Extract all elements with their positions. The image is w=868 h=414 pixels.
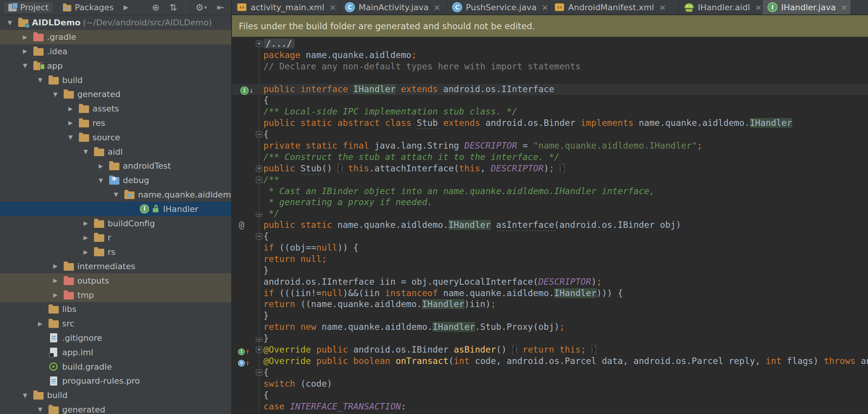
tree-item-source[interactable]: ▼source xyxy=(0,130,231,144)
chevron-collapsed-icon[interactable]: ▶ xyxy=(33,320,48,327)
tree-item-src[interactable]: ▶src xyxy=(0,317,231,331)
editor-tab-pushservice-java[interactable]: CPushService.java× xyxy=(447,0,550,14)
locate-icon[interactable]: ⊕ xyxy=(152,3,160,12)
tree-item-intermediates[interactable]: ▶intermediates xyxy=(0,259,231,274)
chevron-expanded-icon[interactable]: ▼ xyxy=(2,19,17,26)
code-line-28[interactable]: I↑+@Override public android.os.IBinder a… xyxy=(232,344,868,356)
tree-item--idea[interactable]: ▶.idea xyxy=(0,44,231,59)
code-line-3[interactable]: // Declare any non-default types here wi… xyxy=(232,61,868,72)
code-line-8[interactable]: public static abstract class Stub extend… xyxy=(232,118,868,129)
close-icon[interactable]: × xyxy=(434,3,440,12)
tree-item-proguard-rules-pro[interactable]: proguard-rules.pro xyxy=(0,374,231,388)
code-line-22[interactable]: android.os.IInterface iin = obj.queryLoc… xyxy=(232,276,868,288)
intention-bulb-icon[interactable] xyxy=(269,74,275,82)
tree-item-ihandler[interactable]: IIHandler xyxy=(0,202,231,216)
code-line-2[interactable]: package name.quanke.aidldemo; xyxy=(232,50,868,61)
tree-item-generated[interactable]: ▼generated xyxy=(0,87,231,102)
code-line-11[interactable]: /** Construct the stub at attach it to t… xyxy=(232,152,868,163)
code-line-15[interactable]: * generating a proxy if needed. xyxy=(232,197,868,208)
chevron-expanded-icon[interactable]: ▼ xyxy=(78,148,93,155)
tree-item-app[interactable]: ▼app xyxy=(0,58,231,73)
tree-item-aidldemo[interactable]: ▼AIDLDemo (~/Dev/android/src/AIDLDemo) xyxy=(0,16,231,30)
chevron-collapsed-icon[interactable]: ▶ xyxy=(93,163,108,169)
code-line-19[interactable]: if ((obj==null)) { xyxy=(232,242,868,254)
chevron-collapsed-icon[interactable]: ▶ xyxy=(63,119,78,126)
tree-item-build[interactable]: ▼build xyxy=(0,388,231,403)
tree-item-buildconfig[interactable]: ▶buildConfig xyxy=(0,216,231,231)
fold-marker[interactable]: − xyxy=(256,335,262,342)
code-line-10[interactable]: private static final java.lang.String DE… xyxy=(232,140,868,152)
collapse-all-icon[interactable]: ⇅ xyxy=(169,3,177,12)
tree-item-androidtest[interactable]: ▶androidTest xyxy=(0,159,231,173)
code-line-17[interactable]: @public static name.quanke.aidldemo.IHan… xyxy=(232,220,868,231)
close-icon[interactable]: × xyxy=(542,3,548,12)
tree-item-assets[interactable]: ▶assets xyxy=(0,102,231,116)
chevron-expanded-icon[interactable]: ▼ xyxy=(63,134,78,141)
chevron-collapsed-icon[interactable]: ▶ xyxy=(48,277,63,284)
tree-item-generated[interactable]: ▼generated xyxy=(0,403,231,414)
code-line-12[interactable]: +public Stub() { this.attachInterface(th… xyxy=(232,163,868,174)
chevron-expanded-icon[interactable]: ▼ xyxy=(33,406,48,413)
code-line-32[interactable]: { xyxy=(232,390,868,401)
code-line-5[interactable]: I↓public interface IHandler extends andr… xyxy=(232,84,868,95)
fold-marker[interactable]: + xyxy=(256,347,262,353)
close-icon[interactable]: × xyxy=(755,3,762,12)
tree-item-app-iml[interactable]: app.iml xyxy=(0,345,231,359)
editor-tab-ihandler-aidl[interactable]: IHandler.aidl× xyxy=(679,0,763,14)
fold-marker[interactable]: − xyxy=(256,233,262,240)
tree-item-outputs[interactable]: ▶outputs xyxy=(0,273,231,288)
fold-marker[interactable]: + xyxy=(256,165,262,172)
code-line-24[interactable]: return ((name.quanke.aidldemo.IHandler)i… xyxy=(232,299,868,310)
fold-marker[interactable]: − xyxy=(256,131,262,138)
tree-item-aidl[interactable]: ▼aidl xyxy=(0,144,231,159)
code-line-23[interactable]: if (((iin!=null)&&(iin instanceof name.q… xyxy=(232,288,868,299)
overrides-method-gutter-icon[interactable]: O↑ xyxy=(238,358,250,367)
close-icon[interactable]: × xyxy=(329,3,336,12)
fold-marker[interactable]: − xyxy=(256,210,262,217)
implements-method-gutter-icon[interactable]: I↑ xyxy=(238,346,250,356)
tree-item-build[interactable]: ▼build xyxy=(0,73,231,87)
code-line-6[interactable]: { xyxy=(232,95,868,106)
chevron-collapsed-icon[interactable]: ▶ xyxy=(78,220,93,227)
editor-tab-androidmanifest-xml[interactable]: ‹›AndroidManifest.xml× xyxy=(550,0,679,14)
code-line-20[interactable]: return null; xyxy=(232,254,868,265)
code-line-14[interactable]: * Cast an IBinder object into an name.qu… xyxy=(232,186,868,197)
tree-item-name-quanke-aidldemo[interactable]: ▼name.quanke.aidldemo xyxy=(0,188,231,202)
close-icon[interactable]: × xyxy=(841,3,848,12)
chevron-collapsed-icon[interactable]: ▶ xyxy=(78,249,93,256)
chevron-expanded-icon[interactable]: ▼ xyxy=(17,392,33,399)
code-line-25[interactable]: } xyxy=(232,310,868,321)
code-line-9[interactable]: −{ xyxy=(232,129,868,140)
implemented-interface-gutter-icon[interactable]: I↓ xyxy=(240,85,254,95)
annotation-gutter-icon[interactable]: @ xyxy=(239,220,244,231)
chevron-expanded-icon[interactable]: ▼ xyxy=(48,91,63,98)
editor-tab-ihandler-java[interactable]: IIHandler.java× xyxy=(763,0,851,14)
chevron-expanded-icon[interactable]: ▼ xyxy=(93,177,108,184)
fold-marker[interactable]: − xyxy=(256,177,262,183)
chevron-collapsed-icon[interactable]: ▶ xyxy=(48,263,63,270)
tree-item--gitignore[interactable]: .gitignore xyxy=(0,331,231,345)
chevron-collapsed-icon[interactable]: ▶ xyxy=(17,48,33,55)
chevron-collapsed-icon[interactable]: ▶ xyxy=(17,34,33,41)
scroll-views-right-icon[interactable]: ▶ xyxy=(124,4,128,11)
code-line-16[interactable]: − */ xyxy=(232,208,868,220)
packages-view-tab[interactable]: Packages xyxy=(58,2,118,13)
chevron-expanded-icon[interactable]: ▼ xyxy=(108,191,124,198)
tree-item-debug[interactable]: ▼*debug xyxy=(0,173,231,188)
code-line-29[interactable]: O↑@Override public boolean onTransact(in… xyxy=(232,356,868,367)
code-line-26[interactable]: return new name.quanke.aidldemo.IHandler… xyxy=(232,321,868,333)
code-line-30[interactable]: −{ xyxy=(232,367,868,378)
tree-item-build-gradle[interactable]: build.gradle xyxy=(0,359,231,374)
editor-tab-mainactivity-java[interactable]: CMainActivity.java× xyxy=(340,0,447,14)
chevron-collapsed-icon[interactable]: ▶ xyxy=(48,292,63,298)
tree-item--gradle[interactable]: ▶.gradle xyxy=(0,30,231,44)
code-line-27[interactable]: −} xyxy=(232,333,868,344)
editor-tab-activity-main-xml[interactable]: ‹›activity_main.xml× xyxy=(232,0,340,14)
chevron-expanded-icon[interactable]: ▼ xyxy=(33,77,48,83)
chevron-collapsed-icon[interactable]: ▶ xyxy=(78,234,93,241)
tree-item-res[interactable]: ▶res xyxy=(0,116,231,130)
fold-marker[interactable]: + xyxy=(256,41,262,47)
code-line-7[interactable]: /** Local-side IPC implementation stub c… xyxy=(232,106,868,118)
code-line-33[interactable]: case INTERFACE_TRANSACTION: xyxy=(232,401,868,412)
project-tree[interactable]: ▼AIDLDemo (~/Dev/android/src/AIDLDemo)▶.… xyxy=(0,15,231,414)
